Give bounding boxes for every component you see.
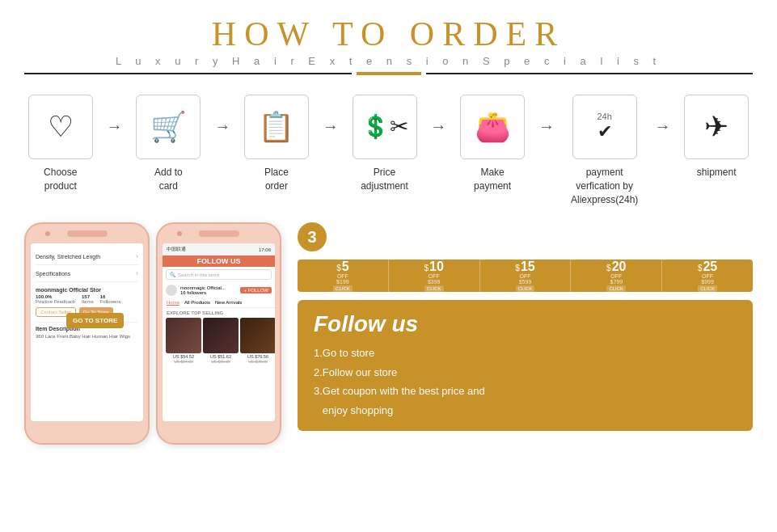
product-item-3[interactable]: US $76.56 US $90.00 xyxy=(240,318,275,364)
coupon-10-amount: 10 xyxy=(429,260,444,273)
follow-item-2: 2.Follow our store xyxy=(314,363,737,382)
nav-all-products[interactable]: All Products xyxy=(184,300,210,306)
step-price-adjustment: 💲✂ Priceadjustment xyxy=(340,95,429,193)
step-label-3: Placeorder xyxy=(264,166,289,193)
coupon-5-amount: 5 xyxy=(342,260,349,273)
divider-left xyxy=(24,73,352,74)
step-box-7: ✈ xyxy=(684,95,749,159)
phone2-speaker xyxy=(177,231,182,236)
phone1-notch xyxy=(67,230,108,237)
price-icon: 💲✂ xyxy=(361,116,408,138)
product-thumb-2 xyxy=(203,318,239,353)
coupon-15-amount: 15 xyxy=(521,260,535,273)
order-icon: 📋 xyxy=(258,112,294,141)
step-box-6: 24h ✔ xyxy=(572,95,637,159)
coupon-10[interactable]: $ 10 OFF $399 CLICK xyxy=(389,260,480,292)
phones-area: Density, Stretched Length › Specificatio… xyxy=(24,222,281,449)
step-choose-product: ♡ Chooseproduct xyxy=(16,95,105,193)
bottom-section: Density, Stretched Length › Specificatio… xyxy=(0,214,777,449)
follow-button[interactable]: + FOLLOW xyxy=(240,287,272,293)
product-old-price-2: US $80.00 xyxy=(203,359,239,364)
phone2-store-info: moonmagic Official... 16 followers xyxy=(180,285,226,295)
chevron-icon-1: › xyxy=(136,252,138,260)
divider xyxy=(24,72,753,75)
feedback-lbl: Positive Feedback xyxy=(36,299,75,304)
follow-item-3: 3.Get coupon with the best price and enj… xyxy=(314,382,737,420)
chevron-icon-2: › xyxy=(136,269,138,277)
follow-us-banner: FOLLOW US xyxy=(163,255,275,267)
step-place-order: 📋 Placeorder xyxy=(232,95,321,193)
phone1-speaker xyxy=(45,231,50,236)
step-label-5: Makepayment xyxy=(474,166,511,193)
coupon-15-click: CLICK xyxy=(516,285,535,292)
header: HOW TO ORDER L u x u r y H a i r E x t e… xyxy=(0,0,777,80)
arrow-6: → xyxy=(652,117,672,136)
cart-icon: 🛒 xyxy=(150,112,187,141)
search-bar[interactable]: 🔍 Search in this store xyxy=(166,269,272,280)
step-box-2: 🛒 xyxy=(136,95,201,159)
product-img-3 xyxy=(240,318,275,353)
product-item-1[interactable]: US $54.52 US $84.00 xyxy=(166,318,201,364)
wallet-icon: 👛 xyxy=(475,112,511,141)
coupon-25-off: OFF xyxy=(702,273,713,279)
follow-us-list: 1.Go to store 2.Follow our store 3.Get c… xyxy=(314,344,737,420)
divider-right xyxy=(426,73,754,74)
phone2-nav: Home All Products New Arrivals xyxy=(163,298,275,308)
product-grid: US $54.52 US $84.00 US $51.62 US $80.00 xyxy=(163,318,275,364)
step-box-1: ♡ xyxy=(28,95,93,159)
phone2-topbar: 中国联通 17:06 xyxy=(163,243,275,255)
search-icon: 🔍 xyxy=(170,272,175,277)
coupon-20-amount: 20 xyxy=(612,260,627,273)
coupon-5-off: OFF xyxy=(337,273,348,279)
coupon-20[interactable]: $ 20 OFF $799 CLICK xyxy=(571,260,662,292)
spec-label: Specifications xyxy=(36,271,70,277)
step-add-to-card: 🛒 Add tocard xyxy=(125,95,213,193)
follow-us-box: Follow us 1.Go to store 2.Follow our sto… xyxy=(298,300,753,431)
store-avatar xyxy=(166,285,177,296)
phone1-content: Density, Stretched Length › Specificatio… xyxy=(31,243,143,344)
right-section: 3 $ 5 OFF $199 CLICK $ 10 OFF $399 CLICK xyxy=(298,222,753,449)
product-thumb-3 xyxy=(240,318,275,353)
followers-stat: 16 Followers xyxy=(100,294,121,304)
store-name: moonmagic Official Stor xyxy=(36,287,138,293)
coupon-5[interactable]: $ 5 OFF $199 CLICK xyxy=(298,260,389,292)
product-old-price-3: US $90.00 xyxy=(240,359,275,364)
coupon-20-click: CLICK xyxy=(606,285,626,292)
search-placeholder: Search in this store xyxy=(178,272,219,277)
carrier-label: 中国联通 xyxy=(167,246,186,253)
arrow-2: → xyxy=(213,117,232,136)
item-text: 360 Lace Front Baby Hair Human Hair Wigs xyxy=(36,333,138,340)
phone2-store-header: moonmagic Official... 16 followers + FOL… xyxy=(163,282,275,298)
phone1-density-row: Density, Stretched Length › xyxy=(36,248,138,265)
coupon-20-off: OFF xyxy=(610,273,622,279)
phone1-mockup: Density, Stretched Length › Specificatio… xyxy=(24,222,150,445)
go-to-store-bubble[interactable]: GO TO STORE xyxy=(66,313,124,328)
follow-item-1: 1.Go to store xyxy=(314,344,737,362)
step-label-6: paymentverfication byAliexpress(24h) xyxy=(571,166,638,206)
coupon-10-click: CLICK xyxy=(424,285,444,292)
coupon-15[interactable]: $ 15 OFF $599 CLICK xyxy=(480,260,572,292)
product-item-2[interactable]: US $51.62 US $80.00 xyxy=(203,318,239,364)
items-lbl: Items xyxy=(82,299,94,304)
items-stat: 157 Items xyxy=(82,294,94,304)
step-box-4: 💲✂ xyxy=(353,95,417,159)
product-old-price-1: US $84.00 xyxy=(166,359,201,364)
coupon-25[interactable]: $ 25 OFF $999 CLICK xyxy=(662,260,753,292)
phone2-mockup: 中国联通 17:06 FOLLOW US 🔍 Search in this st… xyxy=(156,222,281,445)
step3-badge: 3 xyxy=(298,222,327,251)
nav-new-arrivals[interactable]: New Arrivals xyxy=(215,300,242,306)
arrow-4: → xyxy=(429,117,448,136)
coupon-25-amount: 25 xyxy=(703,260,717,273)
step-make-payment: 👛 Makepayment xyxy=(448,95,537,193)
feedback-stat: 100.0% Positive Feedback xyxy=(36,294,75,304)
divider-diamond xyxy=(357,72,421,75)
nav-home[interactable]: Home xyxy=(167,300,179,306)
coupon-10-min: $399 xyxy=(428,279,441,285)
store-stats: 100.0% Positive Feedback 157 Items 16 Fo… xyxy=(36,294,138,304)
coupon-15-min: $599 xyxy=(519,279,532,285)
followers-lbl: Followers xyxy=(100,299,121,304)
product-img-2 xyxy=(203,318,239,353)
coupon-25-click: CLICK xyxy=(698,285,717,292)
phone2-screen: 中国联通 17:06 FOLLOW US 🔍 Search in this st… xyxy=(163,243,275,421)
plane-icon: ✈ xyxy=(704,112,728,141)
